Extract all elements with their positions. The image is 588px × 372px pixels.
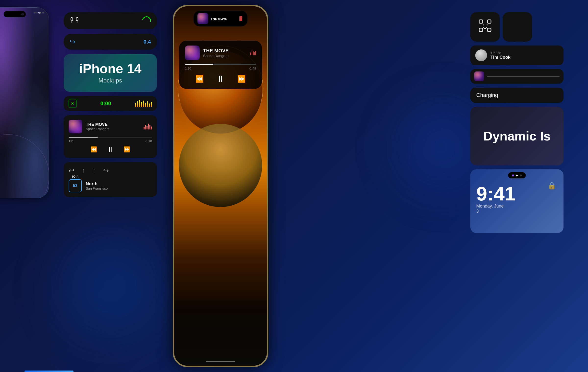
navigation-widget: ↩ ↑ ↑ ↪ 90 ft 53 North San Fransisco <box>64 162 157 197</box>
center-current-time: 1:20 <box>185 67 191 70</box>
lockscreen-dynamic-island: ▶ <box>508 172 526 178</box>
nav-direction: North <box>86 181 108 186</box>
dynamic-island[interactable]: THE MOVE ▐▌ <box>194 11 247 26</box>
center-waveform <box>250 50 256 55</box>
audio-bar <box>143 101 144 107</box>
svg-rect-6 <box>479 20 483 23</box>
waveform-bar <box>250 52 251 55</box>
airpods-ring <box>140 15 152 27</box>
status-icons: ▪▪▪ wifi ▪▪ <box>34 12 44 14</box>
iphone14-card: iPhone 14 Mockups <box>64 54 157 92</box>
tim-cook-notification: iPhone Tim Cook <box>470 46 564 65</box>
share-value: 0.4 <box>143 39 151 45</box>
music-notif-progress <box>487 76 560 77</box>
dynamic-island-label: Dynamic Is <box>483 129 551 143</box>
ls-di-app-dot <box>512 174 514 176</box>
center-music-player: THE MOVE Space Rangers 1:20 -1:48 <box>179 41 262 89</box>
tim-cook-app-label: iPhone <box>490 51 511 55</box>
di-title: THE MOVE <box>211 17 227 21</box>
audio-bar <box>135 103 136 107</box>
ls-di-text: ▶ <box>516 174 518 177</box>
left-phone-body: ▪▪▪ wifi ▪▪ <box>0 7 49 198</box>
music-progress-bar[interactable] <box>69 137 152 138</box>
svg-rect-7 <box>488 20 491 23</box>
center-phone-body: THE MOVE ▐▌ THE MOVE Space Rangers <box>173 5 268 367</box>
pause-button[interactable]: ⏸ <box>107 145 114 153</box>
center-progress-bar[interactable] <box>185 64 256 65</box>
timer-pill: 0:00 <box>64 96 157 111</box>
lockscreen-time: 9:41 <box>476 184 558 204</box>
nav-route-number: 53 <box>73 184 77 188</box>
svg-rect-8 <box>479 28 483 32</box>
background-blob-2 <box>49 225 172 348</box>
nav-arrow-right: ↪ <box>103 167 109 175</box>
waveform-bar <box>252 50 252 55</box>
nav-city: San Fransisco <box>86 186 108 190</box>
dynamic-island-content: THE MOVE <box>197 13 227 24</box>
music-notif-art <box>474 71 484 81</box>
waveform-bar <box>149 125 150 129</box>
tim-cook-name: Tim Cook <box>490 55 511 60</box>
di-controls: ▐▌ <box>238 16 244 21</box>
center-fast-forward-button[interactable]: ⏩ <box>237 75 246 83</box>
waveform-bar <box>148 124 149 129</box>
music-waveform <box>144 124 152 129</box>
audio-bar <box>139 100 140 107</box>
left-phone: ▪▪▪ wifi ▪▪ <box>0 7 64 208</box>
svg-rect-9 <box>488 28 491 32</box>
battery-icon: ▪▪ <box>42 12 44 14</box>
center-pause-button[interactable]: ⏸ <box>216 74 225 84</box>
audio-bar <box>151 102 152 107</box>
music-title: THE MOVE <box>86 122 140 127</box>
audio-bar <box>149 104 150 107</box>
audio-bar <box>141 102 142 107</box>
faceid-icon <box>477 18 493 36</box>
center-music-title: THE MOVE <box>203 48 247 54</box>
svg-point-0 <box>71 17 73 21</box>
faceid-panel <box>470 12 583 42</box>
airpods-pill <box>64 12 157 29</box>
di-waveform-icon: ▐▌ <box>238 16 244 21</box>
ls-di-camera-dot <box>520 174 522 176</box>
wifi-icon: wifi <box>37 12 41 14</box>
rewind-button[interactable]: ⏪ <box>90 146 97 153</box>
center-remaining-time: -1:48 <box>249 67 256 70</box>
waveform-bar <box>145 125 146 129</box>
audio-bar <box>137 101 138 107</box>
music-album-art <box>69 120 82 133</box>
nav-arrow-back: ↩ <box>69 167 74 175</box>
left-phone-notch <box>4 11 26 17</box>
lockscreen-lock-icon: 🔒 <box>548 182 556 190</box>
share-arrow-icon: ↪ <box>70 38 75 46</box>
fast-forward-button[interactable]: ⏩ <box>123 146 130 153</box>
tim-cook-text: iPhone Tim Cook <box>490 51 511 60</box>
nav-arrow-up-1: ↑ <box>82 167 85 175</box>
nav-info: 90 ft 53 North San Fransisco <box>69 179 152 192</box>
left-phone-screen: ▪▪▪ wifi ▪▪ <box>0 8 49 198</box>
center-music-header: THE MOVE Space Rangers <box>185 46 256 60</box>
faceid-second-card <box>503 12 532 42</box>
music-times: 1:20 -1:48 <box>69 140 152 143</box>
music-player-header: THE MOVE Space Rangers <box>69 120 152 133</box>
center-rewind-button[interactable]: ⏪ <box>195 75 204 83</box>
waveform-bar <box>255 51 256 55</box>
waveform-bar <box>253 51 254 55</box>
airpods-icon <box>70 16 79 25</box>
svg-point-2 <box>76 17 78 21</box>
wallpaper-circle-bottom <box>179 124 262 207</box>
waveform-bar <box>254 52 255 55</box>
waveform-bar <box>144 127 145 129</box>
signal-icon: ▪▪▪ <box>34 12 37 14</box>
charging-text: Charging <box>476 92 558 98</box>
waveform-bar <box>147 126 147 129</box>
home-indicator[interactable] <box>206 361 235 362</box>
nav-destination: North San Fransisco <box>86 181 108 190</box>
timer-time: 0:00 <box>100 100 111 107</box>
left-phone-circle <box>0 134 49 198</box>
share-pill: ↪ 0.4 <box>64 34 157 50</box>
waveform-bar <box>151 127 152 129</box>
blue-line-decoration <box>24 371 74 372</box>
center-widgets: ↪ 0.4 iPhone 14 Mockups 0:00 <box>64 12 167 197</box>
nav-arrows: ↩ ↑ ↑ ↪ <box>69 167 152 175</box>
nav-distance: 90 ft <box>69 175 81 178</box>
